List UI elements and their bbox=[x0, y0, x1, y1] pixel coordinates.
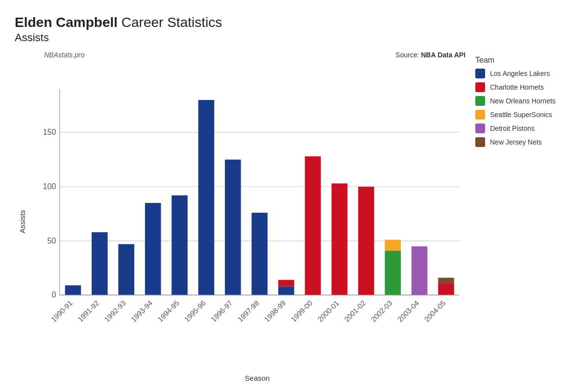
svg-rect-12 bbox=[118, 244, 134, 295]
svg-text:1992-93: 1992-93 bbox=[103, 299, 127, 323]
legend-item: New Jersey Nets bbox=[475, 137, 573, 147]
legend-item: New Orleans Hornets bbox=[475, 96, 573, 106]
svg-text:1998-99: 1998-99 bbox=[263, 299, 287, 323]
svg-rect-39 bbox=[438, 278, 454, 283]
svg-rect-24 bbox=[278, 286, 294, 295]
y-axis-label: Assists bbox=[15, 61, 29, 382]
legend-item: Seattle SuperSonics bbox=[475, 110, 573, 120]
svg-rect-29 bbox=[332, 183, 348, 295]
svg-text:1996-97: 1996-97 bbox=[210, 299, 234, 323]
svg-text:1991-92: 1991-92 bbox=[76, 299, 101, 323]
legend-color-swatch bbox=[475, 137, 485, 147]
svg-text:1993-94: 1993-94 bbox=[129, 299, 154, 323]
svg-rect-25 bbox=[278, 280, 294, 286]
legend-item: Los Angeles Lakers bbox=[475, 69, 573, 78]
svg-rect-36 bbox=[412, 246, 428, 295]
plot-area: 0501001501990-911991-921992-931993-94199… bbox=[29, 61, 466, 382]
svg-text:2000-01: 2000-01 bbox=[316, 299, 341, 323]
legend-color-swatch bbox=[475, 123, 485, 133]
svg-text:50: 50 bbox=[48, 236, 56, 245]
legend-item-label: New Orleans Hornets bbox=[490, 97, 556, 105]
svg-rect-22 bbox=[251, 213, 268, 295]
svg-text:1994-95: 1994-95 bbox=[156, 299, 181, 323]
source-prefix: Source: bbox=[395, 51, 421, 59]
main-title: Elden Campbell Career Statistics bbox=[15, 15, 573, 30]
title-section: Elden Campbell Career Statistics Assists bbox=[15, 15, 573, 44]
svg-rect-27 bbox=[305, 156, 321, 295]
graph-wrapper: Assists 0501001501990-911991-921992-9319… bbox=[15, 61, 466, 382]
svg-rect-38 bbox=[438, 283, 454, 295]
legend-items: Los Angeles Lakers Charlotte Hornets New… bbox=[475, 69, 573, 147]
svg-rect-14 bbox=[145, 203, 161, 295]
legend-item-label: Los Angeles Lakers bbox=[490, 70, 550, 77]
legend-item-label: Seattle SuperSonics bbox=[490, 111, 552, 119]
title-rest: Career Statistics bbox=[118, 15, 222, 30]
legend-title: Team bbox=[475, 56, 573, 65]
chart-svg: 0501001501990-911991-921992-931993-94199… bbox=[29, 61, 466, 372]
legend-color-swatch bbox=[475, 82, 485, 92]
svg-rect-8 bbox=[65, 285, 81, 295]
svg-text:1995-96: 1995-96 bbox=[183, 299, 207, 323]
bars-container: 0501001501990-911991-921992-931993-94199… bbox=[29, 61, 466, 372]
svg-text:2003-04: 2003-04 bbox=[396, 299, 420, 323]
svg-rect-34 bbox=[385, 240, 401, 250]
svg-text:100: 100 bbox=[43, 182, 56, 191]
legend-item: Detroit Pistons bbox=[475, 123, 573, 133]
svg-text:150: 150 bbox=[43, 127, 56, 136]
source-row: NBAstats.pro Source: NBA Data API bbox=[15, 51, 466, 59]
chart-container: NBAstats.pro Source: NBA Data API Assist… bbox=[15, 51, 466, 382]
legend-item-label: Charlotte Hornets bbox=[490, 83, 544, 91]
title-bold: Elden Campbell bbox=[15, 15, 118, 30]
x-axis-label: Season bbox=[29, 372, 466, 382]
subtitle: Assists bbox=[15, 31, 573, 44]
svg-rect-31 bbox=[358, 187, 374, 295]
svg-text:1999-00: 1999-00 bbox=[290, 299, 314, 323]
svg-text:1997-98: 1997-98 bbox=[236, 299, 261, 323]
svg-rect-33 bbox=[385, 251, 401, 295]
legend-color-swatch bbox=[475, 110, 485, 120]
nbastats-label: NBAstats.pro bbox=[44, 51, 84, 59]
legend-item: Charlotte Hornets bbox=[475, 82, 573, 92]
svg-text:1990-91: 1990-91 bbox=[49, 299, 74, 323]
legend-item-label: New Jersey Nets bbox=[490, 138, 542, 146]
source-text: Source: NBA Data API bbox=[395, 51, 466, 59]
legend-color-swatch bbox=[475, 96, 485, 106]
legend-color-swatch bbox=[475, 69, 485, 78]
svg-text:2004-05: 2004-05 bbox=[423, 299, 447, 323]
chart-area: NBAstats.pro Source: NBA Data API Assist… bbox=[15, 51, 573, 382]
svg-text:2002-03: 2002-03 bbox=[369, 299, 394, 323]
svg-rect-18 bbox=[198, 100, 215, 295]
legend-item-label: Detroit Pistons bbox=[490, 124, 535, 132]
svg-text:2001-02: 2001-02 bbox=[343, 299, 368, 323]
source-api: NBA Data API bbox=[421, 51, 466, 59]
svg-rect-10 bbox=[92, 232, 108, 295]
svg-rect-20 bbox=[225, 160, 241, 295]
svg-text:0: 0 bbox=[51, 290, 56, 299]
legend: Team Los Angeles Lakers Charlotte Hornet… bbox=[466, 51, 573, 382]
svg-rect-16 bbox=[172, 196, 188, 295]
